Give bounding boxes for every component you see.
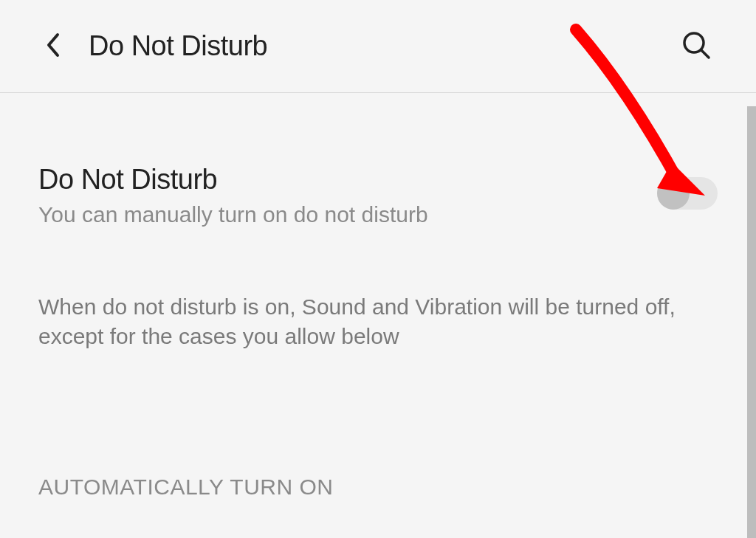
auto-turn-on-header: AUTOMATICALLY TURN ON [38, 352, 718, 500]
dnd-setting-subtitle: You can manually turn on do not disturb [38, 200, 635, 230]
dnd-toggle[interactable] [657, 177, 718, 210]
svg-line-1 [701, 50, 709, 58]
page-title: Do Not Disturb [89, 30, 267, 62]
search-button[interactable] [681, 30, 712, 63]
dnd-setting-text: Do Not Disturb You can manually turn on … [38, 164, 657, 230]
dnd-description: When do not disturb is on, Sound and Vib… [38, 230, 718, 352]
header-left: Do Not Disturb [44, 30, 267, 62]
chevron-left-icon [44, 32, 61, 61]
back-button[interactable] [44, 32, 61, 61]
scrollbar-track[interactable] [747, 106, 756, 538]
dnd-setting-title: Do Not Disturb [38, 164, 635, 196]
search-icon [681, 30, 712, 63]
content-area: Do Not Disturb You can manually turn on … [0, 93, 756, 500]
dnd-toggle-knob [657, 177, 690, 210]
app-header: Do Not Disturb [0, 0, 756, 92]
dnd-setting-row: Do Not Disturb You can manually turn on … [38, 93, 718, 230]
